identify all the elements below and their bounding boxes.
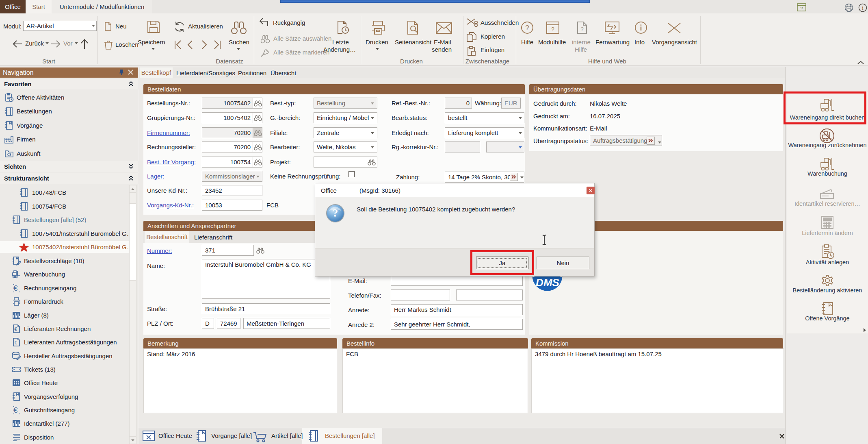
- svg-text:€: €: [15, 340, 17, 346]
- svg-text:?: ?: [525, 24, 529, 32]
- svg-text:?: ?: [800, 6, 803, 11]
- svg-text:€: €: [13, 406, 18, 414]
- svg-text:i: i: [862, 5, 864, 11]
- svg-text:?: ?: [580, 26, 583, 32]
- svg-text:?: ?: [551, 26, 554, 33]
- svg-text:DMS: DMS: [536, 276, 559, 289]
- svg-text:?: ?: [333, 207, 338, 219]
- svg-text:€: €: [13, 284, 18, 292]
- svg-text:€: €: [15, 326, 17, 332]
